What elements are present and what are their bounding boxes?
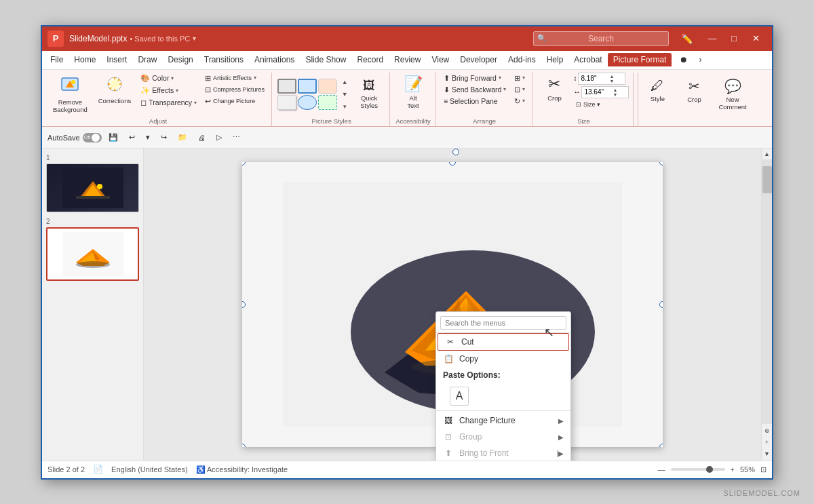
transparency-button[interactable]: ◻ Transparency ▾ xyxy=(138,97,199,109)
remove-background-button[interactable]: RemoveBackground xyxy=(49,73,92,117)
ribbon-group-accessibility: 📝 AltText Accessibility xyxy=(391,73,435,127)
zoom-level[interactable]: 55% xyxy=(740,465,755,473)
size-expand[interactable]: ⊡ Size ▾ xyxy=(573,100,629,109)
menu-more[interactable]: › xyxy=(693,52,707,67)
resize-handle-mr[interactable] xyxy=(659,301,663,308)
title-search-box[interactable]: Search xyxy=(533,31,669,46)
quick-styles-button[interactable]: 🖼 QuickStyles xyxy=(353,76,385,112)
context-item-copy[interactable]: 📋 Copy xyxy=(436,351,570,367)
minimize-button[interactable]: — xyxy=(701,30,723,47)
styles-expand[interactable]: ▾ xyxy=(339,101,350,112)
autosave-toggle[interactable]: Off xyxy=(83,133,102,142)
undo-button[interactable]: ↩ xyxy=(125,132,139,143)
context-paste-icon-item[interactable]: A xyxy=(436,383,570,409)
accessibility-status[interactable]: ♿ Accessibility: Investigate xyxy=(196,465,288,474)
change-picture-button[interactable]: ↩ Change Picture xyxy=(202,96,267,106)
rotate-handle[interactable] xyxy=(452,149,459,155)
open-folder-button[interactable]: 📁 xyxy=(174,132,191,143)
context-search-input[interactable] xyxy=(440,316,566,330)
slide-notes-icon[interactable]: 📄 xyxy=(93,465,103,474)
change-picture-arrow: ▶ xyxy=(558,417,564,425)
style-3[interactable] xyxy=(318,79,337,94)
crop-large-button[interactable]: ✂ Crop xyxy=(538,73,570,104)
close-button[interactable]: ✕ xyxy=(745,30,767,47)
style-2[interactable] xyxy=(298,79,317,94)
effects-button[interactable]: ✨ Effects ▾ xyxy=(138,85,199,96)
save-button[interactable]: 💾 xyxy=(104,132,122,143)
scroll-zoom-fit[interactable]: ⊕ xyxy=(762,425,773,436)
bring-forward-button[interactable]: ⬆ Bring Forward ▾ xyxy=(441,73,509,83)
scroll-track[interactable] xyxy=(762,159,772,423)
send-backward-button[interactable]: ⬇ Send Backward ▾ xyxy=(441,84,509,95)
menu-slideshow[interactable]: Slide Show xyxy=(300,52,351,67)
quick-access-toolbar: AutoSave Off 💾 ↩ ▾ ↪ 📁 🖨 ▷ ⋯ xyxy=(42,127,772,149)
menu-developer[interactable]: Developer xyxy=(454,52,503,67)
menu-transitions[interactable]: Transitions xyxy=(199,52,249,67)
menu-review[interactable]: Review xyxy=(389,52,426,67)
toolbar-more[interactable]: ⋯ xyxy=(229,132,244,143)
menu-home[interactable]: Home xyxy=(69,52,101,67)
color-button[interactable]: 🎨 Color ▾ xyxy=(138,73,199,84)
style-crop-button[interactable]: 🖊 Style xyxy=(641,75,674,105)
styles-scroll-down[interactable]: ▼ xyxy=(339,89,350,100)
crop-button[interactable]: ✂ Crop xyxy=(678,75,710,106)
context-item-cut[interactable]: ✂ Cut xyxy=(438,333,569,351)
style-1[interactable] xyxy=(277,79,296,94)
style-4[interactable] xyxy=(277,95,296,110)
slide-item-1[interactable]: 1 xyxy=(46,154,139,212)
redo-button[interactable]: ↪ xyxy=(157,132,171,143)
context-item-bring-front[interactable]: ⬆ Bring to Front |▶ xyxy=(436,445,570,460)
menu-design[interactable]: Design xyxy=(162,52,198,67)
style-5[interactable] xyxy=(298,95,317,110)
context-item-group[interactable]: ⊡ Group ▶ xyxy=(436,429,570,445)
slide-item-2[interactable]: 2 xyxy=(46,218,139,281)
menu-acrobat[interactable]: Acrobat xyxy=(568,52,607,67)
zoom-minus[interactable]: — xyxy=(658,465,665,473)
color-label: Color xyxy=(152,74,169,82)
menu-animations[interactable]: Animations xyxy=(249,52,300,67)
menu-file[interactable]: File xyxy=(45,52,69,67)
undo-dropdown[interactable]: ▾ xyxy=(142,132,154,143)
menu-insert[interactable]: Insert xyxy=(101,52,132,67)
menu-picture-format[interactable]: Picture Format xyxy=(608,53,672,66)
slide-thumbnail-1[interactable] xyxy=(46,163,139,212)
artistic-effects-button[interactable]: ⊞ Artistic Effects ▾ xyxy=(202,73,267,83)
menu-addins[interactable]: Add-ins xyxy=(503,52,541,67)
styles-scroll-up[interactable]: ▲ xyxy=(339,77,350,88)
menu-help[interactable]: Help xyxy=(541,52,569,67)
scroll-up-button[interactable]: ▲ xyxy=(762,149,773,159)
scroll-down-button[interactable]: ▼ xyxy=(762,448,773,459)
menu-view[interactable]: View xyxy=(426,52,454,67)
menu-draw[interactable]: Draw xyxy=(132,52,162,67)
new-comment-button[interactable]: 💬 NewComment xyxy=(714,75,750,113)
scroll-zoom-in[interactable]: + xyxy=(762,437,773,448)
height-field[interactable]: 8.18" ▲ ▼ xyxy=(578,73,625,85)
file-title: SlideModel.pptx xyxy=(69,34,127,43)
align-button[interactable]: ⊞ ▾ xyxy=(511,73,528,83)
maximize-button[interactable]: □ xyxy=(723,30,745,47)
corrections-button[interactable]: Corrections xyxy=(94,73,136,107)
width-up[interactable]: ▲ xyxy=(613,88,617,92)
context-item-change-picture[interactable]: 🖼 Change Picture ▶ xyxy=(436,412,570,429)
height-down[interactable]: ▼ xyxy=(609,79,614,83)
resize-handle-br[interactable] xyxy=(659,444,663,447)
height-up[interactable]: ▲ xyxy=(609,74,614,79)
title-chevron[interactable]: ▾ xyxy=(193,35,196,42)
rotate-button[interactable]: ↻ ▾ xyxy=(511,96,528,106)
menu-record[interactable]: Record xyxy=(351,52,389,67)
print-button[interactable]: 🖨 xyxy=(194,132,210,143)
selection-pane-button[interactable]: ≡ Selection Pane xyxy=(441,96,509,106)
alt-text-button[interactable]: 📝 AltText xyxy=(397,73,429,112)
fit-slide-icon[interactable]: ⊡ xyxy=(760,465,767,474)
style-6[interactable] xyxy=(318,95,337,110)
present-button[interactable]: ▷ xyxy=(212,132,226,143)
zoom-slider[interactable] xyxy=(671,468,725,471)
scroll-thumb[interactable] xyxy=(762,166,772,193)
width-field[interactable]: 13.64" ▲ ▼ xyxy=(581,86,629,98)
slide-thumbnail-2[interactable] xyxy=(46,227,139,281)
language[interactable]: English (United States) xyxy=(111,465,188,473)
width-down[interactable]: ▼ xyxy=(613,92,617,97)
compress-pictures-button[interactable]: ⊡ Compress Pictures xyxy=(202,84,267,95)
group-button[interactable]: ⊡ ▾ xyxy=(511,84,528,95)
zoom-plus[interactable]: + xyxy=(731,465,735,473)
